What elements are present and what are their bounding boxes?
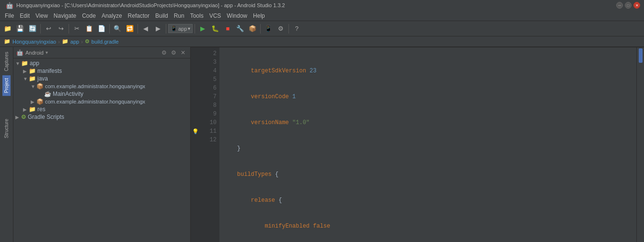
run-btn[interactable]: ▶ xyxy=(197,23,208,35)
ln-9: 9 xyxy=(200,110,217,118)
gradle-sync-btn[interactable]: 🔧 xyxy=(234,23,246,35)
ln-2: 2 xyxy=(200,49,217,58)
sidebar-tab-captures[interactable]: Captures xyxy=(2,49,11,74)
sync-btn[interactable]: 🔄 xyxy=(27,23,38,35)
code-editor: 💡 2 3 4 5 6 7 8 9 10 11 12 targetSdkVer xyxy=(191,47,644,242)
gutter-empty6 xyxy=(191,92,200,101)
sep4 xyxy=(138,24,138,34)
nav-fwd-btn[interactable]: ▶ xyxy=(152,23,164,35)
code-line-1: targetSdkVersion 23 xyxy=(223,67,632,75)
ln-4: 4 xyxy=(200,67,217,75)
tree-item-pkg2[interactable]: ▶ 📦 com.example.administrator.hongquanyi… xyxy=(13,98,190,105)
menu-bar: File Edit View Navigate Code Analyze Ref… xyxy=(0,11,644,21)
gutter-lightbulb[interactable]: 💡 xyxy=(191,127,200,136)
menu-edit[interactable]: Edit xyxy=(17,12,33,20)
maximize-button[interactable]: □ xyxy=(625,2,632,9)
scrollbar-right[interactable] xyxy=(636,47,644,242)
sdk-manager-btn[interactable]: ⚙ xyxy=(275,23,287,35)
tree-arrow-pkg2: ▶ xyxy=(31,99,36,104)
sidebar-tab-project[interactable]: Project xyxy=(2,75,11,96)
tree-label-mainactivity: MainActivity xyxy=(53,91,83,97)
minimize-button[interactable]: ─ xyxy=(616,2,623,9)
replace-btn[interactable]: 🔁 xyxy=(124,23,136,35)
breadcrumb-project[interactable]: Hongquanyingxiao xyxy=(12,39,56,45)
menu-file[interactable]: File xyxy=(2,12,17,20)
ln-7: 7 xyxy=(200,92,217,101)
search-btn[interactable]: 🔍 xyxy=(112,23,123,35)
tree-label-manifests: manifests xyxy=(37,68,62,74)
code-content[interactable]: targetSdkVersion 23 versionCode 1 versio… xyxy=(219,47,636,242)
copy-btn[interactable]: 📋 xyxy=(83,23,95,35)
menu-code[interactable]: Code xyxy=(79,12,99,20)
tree-item-java[interactable]: ▼ 📁 java xyxy=(13,75,190,82)
panel-header: 🤖 Android ▾ ⚙ ⚙ ✕ xyxy=(13,47,190,58)
app-selector[interactable]: 📱 app ▾ xyxy=(168,24,193,33)
ln-10: 10 xyxy=(200,118,217,127)
code-line-7: minifyEnabled false xyxy=(223,222,632,230)
tree-item-pkg1[interactable]: ▼ 📦 com.example.administrator.hongquanyi… xyxy=(13,82,190,90)
menu-refactor[interactable]: Refactor xyxy=(125,12,152,20)
gradle-icon: ⚙ xyxy=(21,114,26,120)
folder-icon-pkg1: 📦 xyxy=(36,83,44,90)
menu-build[interactable]: Build xyxy=(152,12,171,20)
close-button[interactable]: ✕ xyxy=(633,2,640,9)
breadcrumb-sep1: › xyxy=(58,39,60,45)
panel-title-text: Android xyxy=(25,50,44,56)
help-btn[interactable]: ? xyxy=(291,23,302,35)
menu-run[interactable]: Run xyxy=(171,12,187,20)
sep5 xyxy=(166,24,166,34)
stop-btn[interactable]: ■ xyxy=(222,23,233,35)
gutter-empty4 xyxy=(191,75,200,84)
debug-btn[interactable]: 🐛 xyxy=(209,23,221,35)
panel-settings-btn[interactable]: ⚙ xyxy=(169,48,178,57)
save-btn[interactable]: 💾 xyxy=(14,23,26,35)
sidebar-left: Captures Project Structure xyxy=(0,47,13,242)
panel-sync-btn[interactable]: ⚙ xyxy=(160,48,168,57)
sep6 xyxy=(195,24,195,34)
menu-navigate[interactable]: Navigate xyxy=(51,12,79,20)
tree-label-pkg2: com.example.administrator.hongquanyingx xyxy=(45,99,145,104)
title-text: Hongquanyingxiao - [C:\Users\Administrat… xyxy=(16,2,285,8)
redo-btn[interactable]: ↪ xyxy=(55,23,67,35)
menu-view[interactable]: View xyxy=(33,12,51,20)
tree-item-res[interactable]: ▶ 📁 res xyxy=(13,105,190,113)
cut-btn[interactable]: ✂ xyxy=(71,23,82,35)
tree-item-manifests[interactable]: ▶ 📁 manifests xyxy=(13,67,190,75)
scroll-thumb[interactable] xyxy=(639,48,643,63)
gutter-empty8 xyxy=(191,110,200,118)
panel-close-btn[interactable]: ✕ xyxy=(179,48,187,57)
menu-vcs[interactable]: VCS xyxy=(207,12,224,20)
tree-label-app: app xyxy=(30,60,39,67)
toolbar: 📁 💾 🔄 ↩ ↪ ✂ 📋 📄 🔍 🔁 ◀ ▶ 📱 app ▾ ▶ 🐛 ■ 🔧 … xyxy=(0,21,644,36)
avd-btn[interactable]: 📱 xyxy=(263,23,274,35)
tree-item-app[interactable]: ▼ 📁 app xyxy=(13,59,190,67)
tree-item-gradle[interactable]: ▶ ⚙ Gradle Scripts xyxy=(13,113,190,121)
new-file-btn[interactable]: 📁 xyxy=(2,23,13,35)
ln-6: 6 xyxy=(200,84,217,92)
breadcrumb-module[interactable]: app xyxy=(70,39,79,45)
menu-window[interactable]: Window xyxy=(224,12,250,20)
tree-arrow-app: ▼ xyxy=(15,61,21,66)
paste-btn[interactable]: 📄 xyxy=(96,23,107,35)
sidebar-tab-structure[interactable]: Structure xyxy=(2,116,11,141)
sdk-btn[interactable]: 📦 xyxy=(247,23,258,35)
folder-icon-res: 📁 xyxy=(29,106,36,113)
folder-icon-pkg2: 📦 xyxy=(36,98,44,105)
ln-5: 5 xyxy=(200,75,217,84)
code-line-2: versionCode 1 xyxy=(223,92,632,101)
code-line-6: release { xyxy=(223,196,632,205)
sep1 xyxy=(40,24,41,34)
menu-analyze[interactable]: Analyze xyxy=(99,12,125,20)
gutter-empty7 xyxy=(191,101,200,110)
editor-section: ☕ MainActivity.java ✕ 📄 activity_main.xm… xyxy=(191,47,644,242)
panel-title: 🤖 Android ▾ xyxy=(16,49,48,56)
sep8 xyxy=(288,24,289,34)
menu-help[interactable]: Help xyxy=(250,12,268,20)
menu-tools[interactable]: Tools xyxy=(187,12,207,20)
main-area: Captures Project Structure 🤖 Android ▾ ⚙… xyxy=(0,47,644,242)
nav-back-btn[interactable]: ◀ xyxy=(140,23,151,35)
tree-item-mainactivity[interactable]: ▶ ☕ MainActivity xyxy=(13,90,190,98)
undo-btn[interactable]: ↩ xyxy=(43,23,54,35)
breadcrumb-file[interactable]: build.gradle xyxy=(92,39,119,45)
breadcrumb-sep2: › xyxy=(81,39,83,45)
